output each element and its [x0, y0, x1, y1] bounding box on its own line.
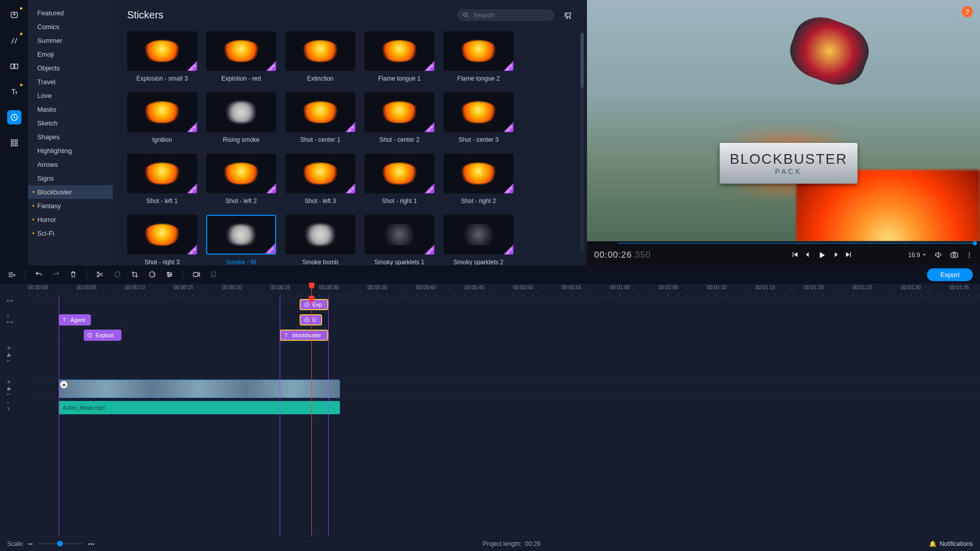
notifications-button[interactable]: 🔔Notifications — [929, 540, 973, 547]
category-item[interactable]: Objects — [28, 61, 113, 75]
clip-agent[interactable]: Agent — [59, 314, 91, 325]
category-item[interactable]: Comics — [28, 20, 113, 34]
prev-clip-icon[interactable] — [791, 251, 799, 260]
sticker-tile[interactable]: Smoke bomb — [285, 215, 355, 265]
more-tool-icon[interactable] — [7, 136, 21, 150]
step-back-icon[interactable] — [804, 251, 812, 260]
audio-track[interactable]: ♪↯ Action_Movie.mp3 — [28, 399, 980, 416]
sticker-tile[interactable]: Ignition — [127, 92, 197, 143]
category-item[interactable]: Highlighting — [28, 144, 113, 158]
timeline-ruler[interactable]: 00:00:0000:00:0500:00:1000:00:1500:00:20… — [28, 284, 980, 297]
clip-e[interactable]: E — [300, 314, 322, 325]
track-controls[interactable]: 👁🔈↩ — [7, 380, 12, 397]
overlay-track-3[interactable]: Explosi blockbuster — [28, 328, 980, 343]
overlay-track-2[interactable]: T⟷ Agent E — [28, 312, 980, 328]
help-icon[interactable]: ? — [962, 6, 973, 17]
next-clip-icon[interactable] — [845, 251, 853, 260]
cart-icon[interactable] — [564, 11, 573, 20]
svg-point-14 — [969, 254, 970, 255]
export-button[interactable]: Export — [927, 268, 973, 281]
track-controls[interactable]: T⟷ — [7, 313, 13, 324]
sticker-tile[interactable]: Flame tongue 2 — [444, 31, 513, 82]
volume-icon[interactable] — [934, 251, 943, 259]
overlay-track-1[interactable]: ⟷ Exp — [28, 297, 980, 312]
crop-icon[interactable] — [131, 270, 139, 279]
transitions-tool-icon[interactable] — [7, 59, 21, 73]
track-controls[interactable]: 👁🔈↩ — [7, 346, 12, 363]
sticker-tile[interactable]: Shot - center 1 — [285, 92, 355, 143]
category-item[interactable]: Masks — [28, 103, 113, 116]
marker-icon[interactable] — [210, 270, 217, 279]
sticker-tile[interactable]: Explotion - red — [206, 31, 276, 82]
sticker-tile[interactable]: Extinction — [285, 31, 355, 82]
search-input[interactable] — [473, 11, 559, 19]
category-item[interactable]: Blockbuster — [28, 185, 113, 199]
add-track-icon[interactable] — [7, 270, 16, 279]
category-item[interactable]: Signs — [28, 171, 113, 185]
record-icon[interactable] — [192, 270, 201, 279]
new-badge — [420, 57, 434, 71]
preview-more-icon[interactable] — [966, 252, 973, 259]
sticker-tile[interactable]: Shot - right 2 — [444, 154, 513, 205]
zoom-out-icon[interactable]: ▪▪ — [28, 540, 33, 547]
category-item[interactable]: Travel — [28, 75, 113, 89]
color-icon[interactable] — [148, 270, 156, 279]
sticker-tile[interactable]: Smoky sparklets 1 — [364, 215, 434, 265]
sticker-tile[interactable]: Smoky sparklets 2 — [444, 215, 513, 265]
preview-seekbar[interactable] — [590, 241, 977, 245]
sticker-tile[interactable]: Smoke - fill — [206, 215, 276, 265]
delete-icon[interactable] — [69, 270, 77, 279]
stickers-tool-icon[interactable] — [7, 110, 21, 124]
category-item[interactable]: Featured — [28, 6, 113, 20]
preview-canvas[interactable]: BLOCKBUSTER PACK ? — [587, 0, 980, 241]
sticker-tile[interactable]: Shot - left 3 — [285, 154, 355, 205]
category-item[interactable]: Arrows — [28, 158, 113, 171]
track-controls[interactable]: ♪↯ — [7, 400, 11, 411]
category-item[interactable]: Shapes — [28, 130, 113, 144]
titles-tool-icon[interactable] — [7, 85, 21, 99]
sticker-tile[interactable]: Shot - right 3 — [127, 215, 197, 265]
sticker-label: Shot - right 3 — [144, 259, 180, 265]
filters-tool-icon[interactable] — [7, 34, 21, 48]
category-item[interactable]: Fantasy — [28, 199, 113, 213]
playhead[interactable] — [311, 297, 312, 536]
spacer-track[interactable]: 👁🔈↩ — [28, 343, 980, 379]
svg-point-10 — [570, 17, 571, 18]
sticker-tile[interactable]: Flame tongue 1 — [364, 31, 434, 82]
category-item[interactable]: Sketch — [28, 116, 113, 130]
clip-explosi[interactable]: Explosi — [84, 330, 121, 341]
sticker-tile[interactable]: Shot - center 3 — [444, 92, 513, 143]
category-item[interactable]: Summer — [28, 34, 113, 47]
category-item[interactable]: Love — [28, 89, 113, 103]
snapshot-icon[interactable] — [950, 251, 959, 259]
track-controls[interactable]: ⟷ — [7, 298, 13, 303]
rotate-icon[interactable] — [113, 270, 121, 279]
sticker-tile[interactable]: Shot - left 2 — [206, 154, 276, 205]
undo-icon[interactable] — [35, 270, 43, 279]
clip-video[interactable]: ★ — [59, 380, 340, 398]
sticker-tile[interactable]: Shot - right 1 — [364, 154, 434, 205]
category-item[interactable]: Sci-Fi — [28, 227, 113, 240]
sticker-tile[interactable]: Rising smoke — [206, 92, 276, 143]
category-item[interactable]: Emoji — [28, 47, 113, 61]
import-tool-icon[interactable] — [7, 8, 21, 22]
timeline-tracks: ⟷ Exp T⟷ Agent E Explosi blockbuster 👁🔈↩… — [0, 297, 980, 536]
clip-props-icon[interactable] — [165, 270, 174, 279]
play-icon[interactable] — [817, 251, 826, 260]
video-track[interactable]: 👁🔈↩ ★ — [28, 379, 980, 399]
zoom-in-icon[interactable]: ▪▪▪ — [88, 540, 94, 547]
step-fwd-icon[interactable] — [831, 251, 840, 260]
clip-blockbuster[interactable]: blockbuster — [280, 330, 328, 341]
sticker-tile[interactable]: Shot - center 2 — [364, 92, 434, 143]
sticker-tile[interactable]: Shot - left 1 — [127, 154, 197, 205]
scale-slider[interactable]: ▪▪ ▪▪▪ — [28, 540, 94, 547]
library-scrollbar[interactable] — [580, 33, 584, 252]
search-box[interactable]: ✕ — [457, 9, 554, 21]
sticker-tile[interactable]: Explosion - small 3 — [127, 31, 197, 82]
redo-icon[interactable] — [52, 270, 60, 279]
split-icon[interactable] — [96, 270, 104, 279]
category-item[interactable]: Horror — [28, 213, 113, 227]
aspect-ratio-selector[interactable]: 16:9 — [908, 252, 927, 259]
sticker-label: Smoky sparklets 2 — [453, 259, 503, 265]
clip-audio[interactable]: Action_Movie.mp3 — [59, 401, 340, 414]
